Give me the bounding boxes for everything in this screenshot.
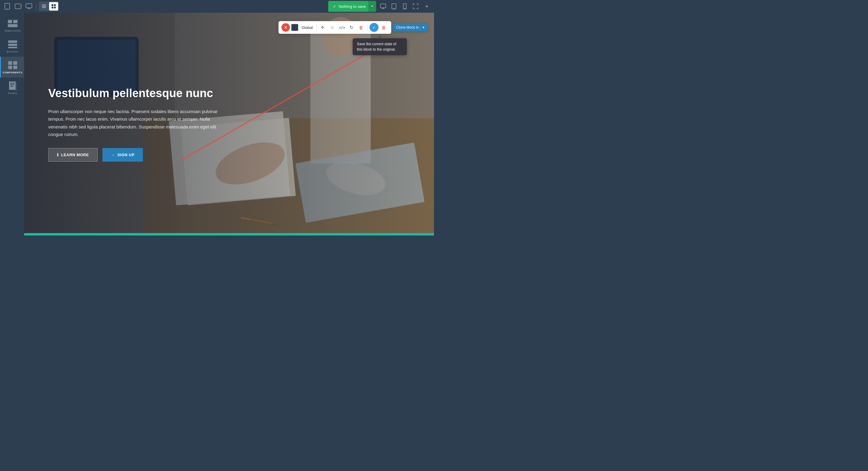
svg-rect-11 xyxy=(54,4,56,6)
components-icon xyxy=(7,60,19,70)
hero-body: Proin ullamcorper non neque nec lacinia.… xyxy=(48,108,225,139)
signup-icon: → xyxy=(111,153,115,157)
sidebar-item-pages[interactable]: PAGES xyxy=(0,78,24,98)
main-layout: TEMPLATES BLOCKS xyxy=(0,13,434,235)
block-move-icon[interactable]: ✛ xyxy=(318,23,327,32)
view-toggle xyxy=(39,1,59,11)
sidebar-item-templates[interactable]: TEMPLATES xyxy=(0,15,24,36)
block-color-swatch[interactable] xyxy=(291,24,299,31)
svg-rect-23 xyxy=(8,24,18,27)
desktop-icon[interactable] xyxy=(24,1,34,11)
learn-more-button[interactable]: ℹ LEARN MORE xyxy=(48,148,98,161)
hero-content: Vestibulum pellentesque nunc Proin ullam… xyxy=(24,68,250,180)
block-refresh-icon[interactable]: ↻ xyxy=(347,23,356,32)
clone-dropdown-icon: ▾ xyxy=(423,25,424,30)
svg-rect-33 xyxy=(10,84,14,85)
svg-point-20 xyxy=(404,8,405,9)
save-check-icon: ✓ xyxy=(333,4,336,9)
block-toolbar: ✕ Global ✛ ☆ </> ↻ 🗑 ✓ 🗑 Clone block in … xyxy=(278,21,428,34)
signup-button[interactable]: → SIGN UP xyxy=(102,148,143,161)
sidebar-item-components[interactable]: COMPONENTS xyxy=(0,57,24,78)
svg-rect-13 xyxy=(54,7,56,8)
svg-rect-30 xyxy=(13,66,17,69)
svg-rect-29 xyxy=(8,66,12,69)
device-icons xyxy=(2,1,59,11)
top-toolbar: ✓ Nothing to save xyxy=(0,0,434,13)
signup-label: SIGN UP xyxy=(117,153,134,157)
hero-title: Vestibulum pellentesque nunc xyxy=(48,87,225,100)
block-save-to-original-button[interactable]: ✓ xyxy=(370,23,378,32)
clone-block-button[interactable]: Clone block in : ▾ xyxy=(393,24,428,31)
blocks-icon xyxy=(7,39,19,49)
sidebar: TEMPLATES BLOCKS xyxy=(0,13,24,235)
svg-rect-9 xyxy=(42,7,46,8)
block-toolbar-main: ✕ Global ✛ ☆ </> ↻ 🗑 ✓ 🗑 xyxy=(278,21,391,34)
svg-rect-24 xyxy=(8,40,17,43)
canvas-area: Vestibulum pellentesque nunc Proin ullam… xyxy=(24,13,434,235)
save-tooltip: Save the current state of this block to … xyxy=(352,38,407,55)
toolbar-sep-1 xyxy=(36,3,36,10)
svg-rect-4 xyxy=(26,4,32,8)
fullscreen-icon[interactable] xyxy=(410,1,421,11)
clone-block-label: Clone block in : xyxy=(396,25,421,30)
svg-rect-7 xyxy=(42,4,46,5)
components-label: COMPONENTS xyxy=(3,71,22,74)
block-code-icon[interactable]: </> xyxy=(338,23,346,32)
learn-more-icon: ℹ xyxy=(57,153,59,157)
tooltip-text: Save the current state of this block to … xyxy=(357,42,396,52)
svg-rect-10 xyxy=(52,4,53,6)
bt-separator-2 xyxy=(367,24,368,30)
block-delete-icon[interactable]: 🗑 xyxy=(357,23,366,32)
bt-separator-1 xyxy=(316,24,317,30)
more-options-icon[interactable] xyxy=(421,1,432,11)
svg-rect-8 xyxy=(42,6,46,7)
save-label: Nothing to save xyxy=(339,4,366,9)
svg-rect-25 xyxy=(8,44,17,46)
blocks-label: BLOCKS xyxy=(7,50,19,53)
learn-more-label: LEARN MORE xyxy=(61,153,89,157)
svg-rect-32 xyxy=(10,83,14,84)
svg-rect-27 xyxy=(8,61,12,65)
svg-point-3 xyxy=(20,6,21,7)
bottom-bar xyxy=(24,233,434,235)
block-global-label: Global xyxy=(300,25,315,30)
svg-rect-31 xyxy=(9,81,16,90)
svg-rect-35 xyxy=(16,82,17,90)
tablet-preview-icon[interactable] xyxy=(389,1,399,11)
svg-rect-22 xyxy=(13,20,18,23)
sidebar-item-blocks[interactable]: BLOCKS xyxy=(0,36,24,57)
svg-rect-14 xyxy=(380,4,386,8)
toolbar-right-icons xyxy=(378,1,432,11)
grid-view-btn[interactable] xyxy=(49,2,58,10)
svg-rect-34 xyxy=(10,86,13,87)
block-close-button[interactable]: ✕ xyxy=(281,23,290,32)
svg-rect-26 xyxy=(8,47,17,48)
svg-point-1 xyxy=(7,8,7,9)
block-star-icon[interactable]: ☆ xyxy=(328,23,337,32)
templates-label: TEMPLATES xyxy=(4,30,21,32)
list-view-btn[interactable] xyxy=(39,2,49,10)
svg-rect-12 xyxy=(52,7,53,8)
hero-buttons: ℹ LEARN MORE → SIGN UP xyxy=(48,148,225,161)
tablet-portrait-icon[interactable] xyxy=(2,1,12,11)
responsive-preview-icon[interactable] xyxy=(378,1,388,11)
save-dropdown-arrow[interactable] xyxy=(368,1,376,12)
pages-label: PAGES xyxy=(8,92,17,95)
pages-icon xyxy=(7,81,19,91)
svg-rect-28 xyxy=(13,61,17,65)
mobile-preview-icon[interactable] xyxy=(400,1,410,11)
svg-point-18 xyxy=(394,8,394,9)
save-button[interactable]: ✓ Nothing to save xyxy=(328,1,376,12)
svg-rect-21 xyxy=(8,20,12,23)
templates-icon xyxy=(7,19,19,28)
tablet-landscape-icon[interactable] xyxy=(13,1,23,11)
block-remove-button[interactable]: 🗑 xyxy=(380,23,388,32)
